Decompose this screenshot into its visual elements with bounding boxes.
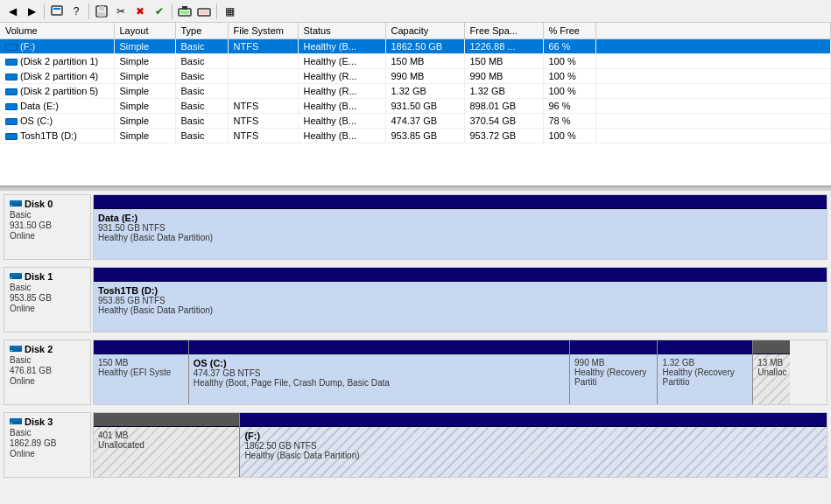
table-row[interactable]: Tosh1TB (D:)SimpleBasicNTFSHealthy (B...…	[0, 129, 831, 144]
cell-capacity: 1.32 GB	[385, 84, 464, 99]
svg-rect-4	[98, 12, 105, 17]
cell-layout: Simple	[114, 39, 175, 54]
partition-size: 13 MB	[757, 358, 785, 368]
partition[interactable]: 150 MBHealthy (EFI Syste	[94, 340, 189, 404]
disk-partitions: Tosh1TB (D:)953.85 GB NTFSHealthy (Basic…	[93, 267, 827, 332]
partition[interactable]: Data (E:)931.50 GB NTFSHealthy (Basic Da…	[94, 195, 827, 259]
toolbar-forward[interactable]: ▶	[23, 3, 40, 20]
partition-health: Healthy (Basic Data Partition)	[98, 233, 822, 242]
disk-status: Online	[10, 449, 85, 458]
col-capacity[interactable]: Capacity	[385, 23, 464, 39]
table-row[interactable]: OS (C:)SimpleBasicNTFSHealthy (B...474.3…	[0, 114, 831, 129]
disk-status: Online	[10, 376, 85, 386]
volume-table-body: (F:)SimpleBasicNTFSHealthy (B...1862.50 …	[0, 39, 831, 144]
toolbar-grid[interactable]: ▦	[221, 3, 238, 20]
toolbar-sep-3	[172, 4, 173, 19]
toolbar-save[interactable]	[93, 3, 110, 20]
cell-pctfree: 100 %	[543, 69, 595, 84]
cell-filesystem	[228, 69, 298, 84]
partition-header-bar	[753, 340, 790, 354]
disk-status: Online	[10, 231, 85, 241]
col-layout[interactable]: Layout	[114, 23, 175, 39]
cell-freespace: 150 MB	[464, 54, 543, 69]
partition[interactable]: (F:)1862.50 GB NTFSHealthy (Basic Data P…	[240, 413, 827, 477]
col-freespace[interactable]: Free Spa...	[464, 23, 543, 39]
col-status[interactable]: Status	[298, 23, 385, 39]
cell-layout: Simple	[114, 84, 175, 99]
cell-pctfree: 100 %	[543, 54, 595, 69]
cell-type: Basic	[175, 99, 228, 114]
cell-capacity: 990 MB	[385, 69, 464, 84]
cell-type: Basic	[175, 69, 228, 84]
partition[interactable]: OS (C:)474.37 GB NTFSHealthy (Boot, Page…	[189, 340, 570, 404]
disk-rows-container: Disk 0Basic931.50 GBOnlineData (E:)931.5…	[4, 194, 827, 478]
cell-filesystem: NTFS	[228, 114, 298, 129]
partition-header-bar	[658, 340, 752, 354]
cell-status: Healthy (B...	[298, 39, 385, 54]
col-pctfree[interactable]: % Free	[543, 23, 595, 39]
partition[interactable]: 990 MBHealthy (Recovery Partiti	[570, 340, 658, 404]
partition[interactable]: Tosh1TB (D:)953.85 GB NTFSHealthy (Basic…	[94, 268, 827, 332]
cell-volume: (Disk 2 partition 5)	[0, 84, 114, 99]
partition-health: Healthy (Basic Data Partition)	[98, 305, 822, 315]
cell-type: Basic	[175, 129, 228, 144]
table-row[interactable]: (Disk 2 partition 1)SimpleBasicHealthy (…	[0, 54, 831, 69]
disk-id: Disk 0	[25, 199, 53, 209]
partition-size: 150 MB	[98, 358, 184, 368]
disk-drive-icon	[10, 344, 22, 354]
disk-size: 476.81 GB	[10, 366, 85, 375]
toolbar-remove[interactable]	[195, 3, 213, 20]
cell-pctfree: 100 %	[543, 129, 595, 144]
partition[interactable]: 401 MBUnallocated	[94, 413, 240, 477]
toolbar-delete[interactable]: ✖	[131, 3, 149, 20]
partition-header-bar	[94, 268, 827, 282]
table-row[interactable]: (Disk 2 partition 5)SimpleBasicHealthy (…	[0, 84, 831, 99]
svg-rect-15	[11, 277, 12, 278]
table-row[interactable]: (F:)SimpleBasicNTFSHealthy (B...1862.50 …	[0, 39, 831, 54]
toolbar-back[interactable]: ◀	[4, 3, 21, 20]
cell-volume: (Disk 2 partition 1)	[0, 54, 114, 69]
disk-icon	[5, 44, 18, 51]
disk-icon	[5, 103, 18, 110]
disk-size: 1862.89 GB	[10, 438, 85, 448]
partition-header-bar	[240, 413, 827, 427]
partition[interactable]: 13 MBUnalloc	[753, 340, 790, 404]
cell-filesystem	[228, 54, 298, 69]
col-filesystem[interactable]: File System	[228, 23, 298, 39]
cell-pctfree: 96 %	[543, 99, 595, 114]
cell-status: Healthy (R...	[298, 84, 385, 99]
cell-pctfree: 66 %	[543, 39, 595, 54]
cell-type: Basic	[175, 54, 228, 69]
disk-drive-icon	[10, 199, 22, 209]
partition-name: Tosh1TB (D:)	[98, 285, 822, 296]
col-type[interactable]: Type	[175, 23, 228, 39]
partition-size: 401 MB	[98, 430, 235, 440]
partition-header-bar	[94, 195, 827, 209]
toolbar-icon1[interactable]	[48, 3, 66, 20]
svg-rect-18	[11, 350, 12, 351]
disk-id: Disk 3	[25, 416, 53, 427]
cell-filesystem: NTFS	[228, 129, 298, 144]
col-volume[interactable]: Volume	[0, 23, 114, 39]
table-row[interactable]: Data (E:)SimpleBasicNTFSHealthy (B...931…	[0, 99, 831, 114]
disk-row: Disk 0Basic931.50 GBOnlineData (E:)931.5…	[4, 194, 827, 260]
partition[interactable]: 1.32 GBHealthy (Recovery Partitio	[658, 340, 753, 404]
partition-health: Healthy (EFI Syste	[98, 368, 184, 377]
cell-freespace: 370.54 GB	[464, 114, 543, 129]
toolbar-help[interactable]: ?	[67, 3, 85, 20]
cell-filesystem	[228, 84, 298, 99]
partition-health: Healthy (Basic Data Partition)	[244, 451, 822, 460]
toolbar-check[interactable]: ✔	[151, 3, 168, 20]
cell-extra	[595, 114, 831, 129]
svg-rect-3	[99, 6, 104, 10]
cell-status: Healthy (B...	[298, 99, 385, 114]
partition-size: 953.85 GB NTFS	[98, 296, 822, 305]
partition-health: Healthy (Recovery Partiti	[574, 368, 652, 387]
volume-table: Volume Layout Type File System Status Ca…	[0, 23, 831, 144]
toolbar-add[interactable]	[176, 3, 194, 20]
svg-rect-21	[11, 423, 12, 424]
disk-icon	[5, 88, 18, 95]
table-row[interactable]: (Disk 2 partition 4)SimpleBasicHealthy (…	[0, 69, 831, 84]
toolbar-cut[interactable]: ✂	[112, 3, 130, 20]
disk-label: Disk 1Basic953.85 GBOnline	[4, 267, 91, 332]
